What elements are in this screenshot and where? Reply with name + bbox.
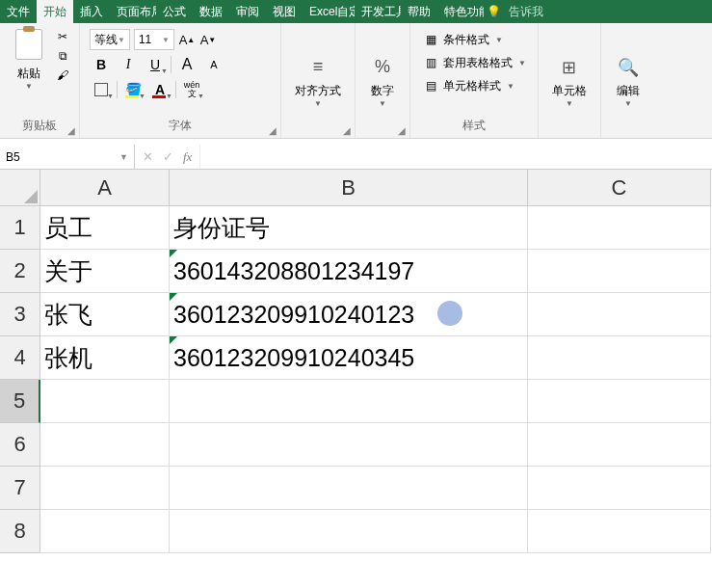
tab-view[interactable]: 视图 — [266, 0, 303, 23]
chevron-down-icon[interactable]: ▼ — [314, 99, 322, 108]
ribbon-tabs: 文件 开始 插入 页面布局 公式 数据 审阅 视图 Excel自定 开发工具 帮… — [0, 0, 712, 23]
font-size-combo[interactable]: 11▼ — [134, 29, 174, 50]
chevron-down-icon[interactable]: ▼ — [566, 99, 573, 108]
row-header-1[interactable]: 1 — [0, 206, 40, 250]
group-label-styles: 样式 — [414, 116, 534, 138]
cell-C1[interactable] — [528, 206, 711, 250]
chevron-down-icon[interactable]: ▼ — [379, 99, 386, 108]
col-header-A[interactable]: A — [40, 170, 170, 206]
cell-B3[interactable]: 360123209910240123 — [170, 293, 528, 336]
chevron-down-icon[interactable]: ▼ — [624, 99, 632, 108]
cancel-icon[interactable]: ✕ — [143, 149, 153, 164]
editing-label: 编辑 — [617, 83, 640, 99]
enter-icon[interactable]: ✓ — [163, 149, 173, 164]
paste-label: 粘贴 — [17, 66, 40, 82]
tell-me[interactable]: 告诉我 — [503, 0, 549, 23]
cell-B7[interactable] — [170, 467, 528, 510]
format-painter-icon[interactable]: 🖌 — [54, 67, 71, 83]
copy-icon[interactable]: ⧉ — [54, 48, 71, 64]
row-header-5[interactable]: 5 — [0, 380, 40, 423]
conditional-formatting-button[interactable]: ▦ 条件格式▼ — [422, 29, 503, 50]
cell-A2[interactable]: 关于 — [40, 250, 170, 293]
font-name-combo[interactable]: 等线▼ — [90, 29, 130, 50]
tab-developer[interactable]: 开发工具 — [355, 0, 401, 23]
row-header-8[interactable]: 8 — [0, 510, 40, 553]
row-header-4[interactable]: 4 — [0, 336, 40, 380]
cell-A8[interactable] — [40, 510, 170, 553]
editing-icon[interactable]: 🔍 — [615, 54, 642, 81]
cells-icon[interactable]: ⊞ — [556, 54, 583, 81]
col-header-C[interactable]: C — [528, 170, 711, 206]
select-all-corner[interactable] — [0, 170, 40, 206]
cell-B2[interactable]: 360143208801234197 — [170, 250, 528, 293]
tab-file[interactable]: 文件 — [0, 0, 37, 23]
chevron-down-icon[interactable]: ▼ — [25, 82, 33, 91]
fill-color-button[interactable]: 🪣▼ — [121, 79, 145, 100]
row-header-7[interactable]: 7 — [0, 467, 40, 510]
formula-input[interactable] — [200, 145, 712, 169]
tab-page-layout[interactable]: 页面布局 — [110, 0, 156, 23]
group-label-clipboard: 剪贴板◢ — [4, 116, 75, 138]
group-styles: ▦ 条件格式▼ ▥ 套用表格格式▼ ▤ 单元格样式▼ 样式 — [410, 23, 539, 138]
format-as-table-button[interactable]: ▥ 套用表格格式▼ — [422, 52, 526, 73]
dialog-launcher-icon[interactable]: ◢ — [67, 125, 75, 136]
cell-B1[interactable]: 身份证号 — [170, 206, 528, 250]
cell-A5[interactable] — [40, 380, 170, 423]
cell-C6[interactable] — [528, 423, 711, 467]
font-color-button[interactable]: A▼ — [148, 79, 171, 100]
tab-home[interactable]: 开始 — [37, 0, 73, 23]
group-clipboard: 粘贴 ▼ ✂ ⧉ 🖌 剪贴板◢ — [0, 23, 80, 138]
cell-B4[interactable]: 360123209910240345 — [170, 336, 528, 380]
cell-C2[interactable] — [528, 250, 711, 293]
tab-special[interactable]: 特色功能 — [437, 0, 484, 23]
increase-font-button[interactable]: A — [175, 54, 198, 75]
cell-B6[interactable] — [170, 423, 528, 467]
tab-help[interactable]: 帮助 — [401, 0, 437, 23]
alignment-icon[interactable]: ≡ — [304, 54, 331, 81]
cell-A4[interactable]: 张机 — [40, 336, 170, 380]
row-header-2[interactable]: 2 — [0, 250, 40, 293]
cell-C8[interactable] — [528, 510, 711, 553]
bold-button[interactable]: B — [90, 54, 113, 75]
tab-data[interactable]: 数据 — [193, 0, 229, 23]
cell-A3[interactable]: 张飞 — [40, 293, 170, 336]
tab-excel-custom[interactable]: Excel自定 — [303, 0, 355, 23]
cut-icon[interactable]: ✂ — [54, 29, 71, 44]
group-editing: 🔍 编辑 ▼ — [601, 23, 655, 138]
cells-label: 单元格 — [552, 83, 587, 99]
tab-insert[interactable]: 插入 — [73, 0, 110, 23]
cell-B8[interactable] — [170, 510, 528, 553]
dialog-launcher-icon[interactable]: ◢ — [343, 125, 351, 136]
phonetic-button[interactable]: wén文▼ — [180, 79, 203, 100]
cell-A6[interactable] — [40, 423, 170, 467]
decrease-font-icon[interactable]: A▼ — [199, 29, 217, 50]
cell-C7[interactable] — [528, 467, 711, 510]
name-box[interactable]: B5▼ — [0, 145, 135, 169]
col-header-B[interactable]: B — [170, 170, 528, 206]
row-header-3[interactable]: 3 — [0, 293, 40, 336]
percent-icon[interactable]: % — [369, 54, 396, 81]
cell-A1[interactable]: 员工 — [40, 206, 170, 250]
cursor-highlight — [437, 301, 462, 326]
cell-B5[interactable] — [170, 380, 528, 423]
dialog-launcher-icon[interactable]: ◢ — [398, 125, 406, 136]
fx-icon[interactable]: fx — [183, 149, 192, 165]
cell-C3[interactable] — [528, 293, 711, 336]
dialog-launcher-icon[interactable]: ◢ — [269, 125, 277, 136]
underline-button[interactable]: U▼ — [144, 54, 167, 75]
cell-C5[interactable] — [528, 380, 711, 423]
decrease-font-button[interactable]: A — [202, 54, 225, 75]
borders-button[interactable]: ▼ — [90, 79, 113, 100]
row-header-6[interactable]: 6 — [0, 423, 40, 467]
italic-button[interactable]: I — [117, 54, 140, 75]
cell-styles-button[interactable]: ▤ 单元格样式▼ — [422, 75, 514, 96]
cell-C4[interactable] — [528, 336, 711, 380]
tab-formulas[interactable]: 公式 — [156, 0, 193, 23]
group-font: 等线▼ 11▼ A▲ A▼ B I U▼ A A ▼ 🪣▼ A▼ wén文▼ — [80, 23, 281, 138]
tab-review[interactable]: 审阅 — [229, 0, 266, 23]
ribbon: 粘贴 ▼ ✂ ⧉ 🖌 剪贴板◢ 等线▼ 11▼ A▲ A▼ B I U▼ — [0, 23, 712, 139]
cell-A7[interactable] — [40, 467, 170, 510]
chevron-down-icon[interactable]: ▼ — [119, 152, 128, 162]
paste-button[interactable]: 粘贴 ▼ — [8, 29, 50, 91]
increase-font-icon[interactable]: A▲ — [178, 29, 196, 50]
